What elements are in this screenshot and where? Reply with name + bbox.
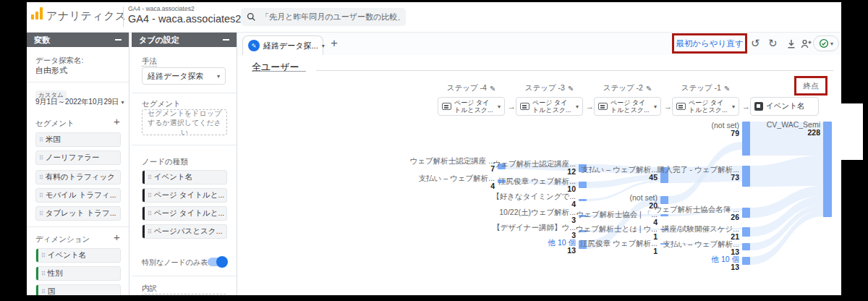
drag-handle-icon: ⠿	[148, 174, 151, 181]
step-node-type-dropdown[interactable]: ページ タイ トルとスク... ▾	[438, 97, 505, 116]
sankey-node[interactable]: 【好きなタイミングで... 4	[492, 192, 576, 208]
share-button[interactable]	[800, 38, 812, 53]
segment-chip[interactable]: ⠿タブレット トラフ...	[35, 206, 121, 221]
sankey-node[interactable]: ウェブ解析士認定講座... 12	[493, 160, 576, 176]
add-dimension-button[interactable]: +	[114, 233, 120, 242]
special-nodes-label: 特別なノードのみ表示	[142, 258, 215, 268]
dimensions-label: ディメンション	[35, 234, 90, 245]
dimension-chip[interactable]: ⠿イベント名	[35, 248, 121, 263]
nav-divider	[123, 7, 124, 27]
chevron-down-icon: ▾	[498, 103, 501, 110]
divider	[132, 93, 237, 93]
sankey-node-bar[interactable]	[742, 122, 750, 156]
technique-dropdown[interactable]: 経路データ探索 ▾	[142, 67, 226, 85]
sankey-endpoint-bar[interactable]	[823, 122, 832, 217]
chevron-down-icon: ▾	[576, 103, 579, 110]
undo-button[interactable]: ↺	[751, 37, 760, 50]
sankey-node-bar[interactable]	[742, 227, 750, 237]
download-button[interactable]	[786, 38, 797, 53]
variables-panel-header: 変数	[27, 33, 129, 47]
drag-handle-icon: ⠿	[41, 289, 45, 295]
pencil-icon[interactable]: ✎	[646, 85, 652, 93]
sankey-node[interactable]: 10/22(土)ウェブ解析... 3	[499, 208, 576, 224]
node-type-chip[interactable]: ⠿イベント名	[142, 170, 227, 185]
step-node-type-dropdown[interactable]: ページ タイ トルとスク... ▾	[672, 97, 739, 116]
exploration-name-value[interactable]: 自由形式	[35, 65, 67, 76]
minimize-icon[interactable]	[115, 39, 122, 41]
product-name: アナリティクス	[46, 9, 127, 23]
pencil-icon[interactable]: ✎	[724, 85, 730, 93]
special-nodes-toggle[interactable]	[208, 258, 226, 266]
search-input[interactable]: 「先月と昨年同月のユーザー数の比較」と検索してみてください	[241, 8, 406, 26]
node-type-chip[interactable]: ⠿ページ タイトルと...	[142, 206, 227, 221]
restart-button[interactable]: 最初からやり直す	[676, 38, 743, 49]
search-icon	[247, 12, 256, 22]
drag-handle-icon: ⠿	[148, 211, 151, 217]
sankey-node-overflow[interactable]: 他 10 個 13	[548, 239, 576, 255]
segment-drop-target[interactable]: セグメントをドロップするか選択してください	[142, 109, 227, 135]
sankey-node[interactable]: 講座/試験開催スケジ... 21	[662, 225, 739, 241]
step-node-type-dropdown[interactable]: ページ タイ トルとスク... ▾	[594, 97, 661, 116]
sankey-node[interactable]: (not set) 79	[711, 122, 739, 137]
sankey-node[interactable]: (not set) 20	[629, 194, 658, 210]
analytics-logo-icon[interactable]	[31, 7, 44, 20]
sankey-node[interactable]: 支払い – ウェブ解析... 4	[419, 174, 495, 190]
tab-path-exploration[interactable]: ✎ 経路データ探... ▾	[242, 35, 323, 55]
endpoint-node-type-dropdown[interactable]: イベント名	[750, 97, 819, 116]
drag-handle-icon: ⠿	[36, 174, 43, 181]
segment-chip[interactable]: ⠿有料のトラフィック	[35, 170, 121, 185]
add-tab-button[interactable]: +	[331, 36, 338, 51]
frame-top	[0, 0, 868, 2]
sankey-node[interactable]: 購入完了 - ウェブ解析... 73	[658, 166, 739, 182]
step-arrow-icon: →	[586, 102, 594, 111]
minimize-icon[interactable]	[223, 39, 229, 41]
sankey-node-bar[interactable]	[660, 196, 668, 204]
segment-chip[interactable]: ⠿モバイル トラフィ...	[35, 188, 121, 203]
segments-label: セグメント	[35, 119, 75, 129]
redo-button[interactable]: ↻	[768, 37, 778, 50]
sankey-node-bar[interactable]	[742, 243, 750, 250]
date-range-selector[interactable]: 9月1日～2022年10月29日 ▾	[35, 97, 124, 107]
divider	[132, 276, 237, 276]
annotation-box-endpoint: 終点	[794, 76, 827, 96]
tab-settings-panel: タブの設定 手法 経路データ探索 ▾ セグメント セグメントをドロップするか選択…	[132, 33, 237, 295]
sankey-node[interactable]: 江尻俊章 ウェブ解析... 1	[580, 239, 658, 255]
chevron-down-icon: ▾	[217, 73, 220, 80]
sankey-endpoint-node[interactable]: CV_WAC_Semi 228	[767, 121, 820, 137]
sankey-node[interactable]: ウェブ解析士認定講座 ... 7	[410, 157, 495, 173]
node-type-label: ノードの種類	[142, 157, 188, 167]
sankey-node-bar[interactable]	[742, 257, 750, 265]
search-placeholder: 「先月と昨年同月のユーザー数の比較」と検索してみてください	[261, 12, 400, 22]
sankey-node-bar[interactable]	[742, 166, 750, 187]
pencil-icon[interactable]: ✎	[568, 85, 574, 93]
node-type-chip[interactable]: ⠿ページパスとスク...	[142, 224, 227, 239]
dimension-chip[interactable]: ⠿性別	[35, 266, 121, 281]
sankey-node[interactable]: 支払い – ウェブ解析... 45	[582, 166, 658, 182]
sankey-node[interactable]: 江尻俊章 ウェブ解析... 10	[498, 177, 576, 193]
segment-chip[interactable]: ⠿ノーリファラー	[35, 150, 121, 165]
screenshot-root: アナリティクス GA4 - waca.associates2 GA4 - wac…	[0, 0, 868, 301]
property-selector[interactable]: GA4 - waca.associates2	[128, 13, 241, 25]
step-node-type-dropdown[interactable]: ページ タイ トルとスク... ▾	[516, 97, 583, 116]
add-segment-button[interactable]: +	[114, 117, 120, 126]
sankey-node[interactable]: ウェブ解析士協会名簿 ... 26	[655, 205, 739, 221]
chevron-down-icon: ▾	[322, 43, 325, 49]
apply-status-menu[interactable]: ▾	[813, 35, 839, 51]
sankey-node[interactable]: 支払い – ウェブ解析... 13	[663, 240, 739, 256]
step-header: ステップ -4✎	[438, 83, 505, 93]
redo-icon: ↻	[768, 37, 778, 49]
sankey-node-bar[interactable]	[579, 199, 587, 201]
chevron-down-icon: ▾	[654, 103, 657, 110]
exploration-name-label: データ探索名:	[35, 56, 83, 66]
step-arrow-icon: →	[508, 102, 516, 111]
page-title-icon	[598, 103, 608, 110]
sankey-node-bar[interactable]	[579, 182, 587, 188]
segment-chip[interactable]: ⠿米国	[35, 132, 121, 147]
drag-handle-icon: ⠿	[148, 229, 151, 235]
sankey-node-overflow[interactable]: 他 10 個 13	[711, 255, 739, 271]
node-type-chip[interactable]: ⠿ページ タイトルと...	[142, 188, 227, 203]
sankey-node[interactable]: 【デザイナー講師】ウ... 3	[493, 224, 576, 239]
sankey-node-bar[interactable]	[742, 208, 750, 218]
pencil-icon[interactable]: ✎	[490, 85, 495, 93]
drag-handle-icon: ⠿	[36, 155, 43, 161]
